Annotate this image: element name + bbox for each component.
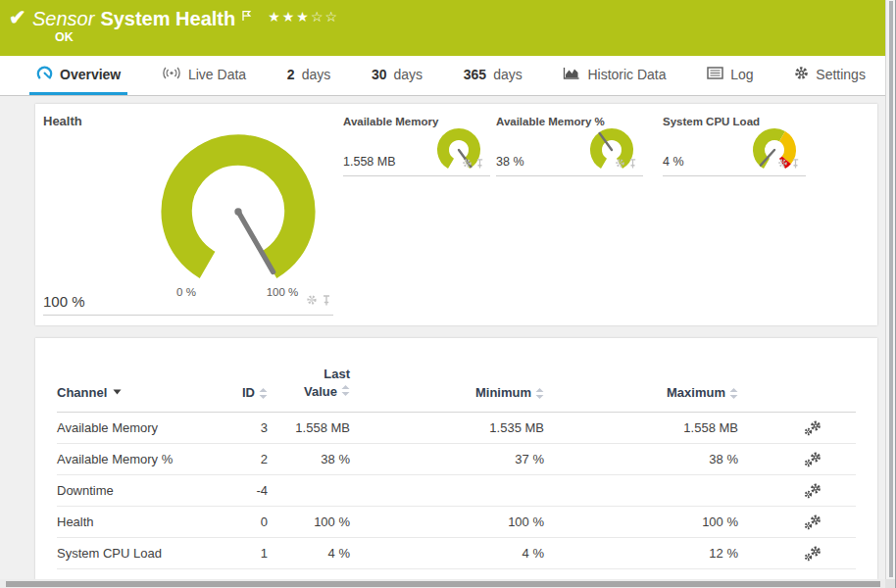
table-row: Available Memory % 2 38 % 37 % 38 % <box>57 444 856 475</box>
page-title: System Health <box>100 7 235 30</box>
mini-gauge-available-memory: Available Memory 1.558 MB <box>343 116 490 176</box>
channel-minimum: 37 % <box>350 452 544 466</box>
mini-gauge-value: 38 % <box>496 155 524 169</box>
flag-icon[interactable] <box>241 8 252 25</box>
tab-log[interactable]: Log <box>700 56 760 95</box>
tab-365-days[interactable]: 365 days <box>457 56 529 95</box>
mini-pin-icon[interactable] <box>628 155 637 172</box>
tab-overview[interactable]: Overview <box>29 56 127 95</box>
gauge-icon <box>36 65 53 84</box>
channels-table-panel: Channel ID Last Value Minimum <box>35 338 877 579</box>
channel-last-value: 1.558 MB <box>268 420 350 435</box>
channel-id: 0 <box>219 514 268 529</box>
vertical-scrollbar <box>885 0 895 579</box>
channel-name: Downtime <box>57 483 219 498</box>
tab-live-data[interactable]: Live Data <box>155 56 253 95</box>
table-header-row: Channel ID Last Value Minimum <box>57 338 856 413</box>
prtg-sensor-page: ✔ Sensor System Health ★★★☆☆ OK Overview <box>0 0 896 588</box>
channel-settings-gears-icon[interactable] <box>803 483 822 499</box>
mini-pin-icon[interactable] <box>475 155 484 172</box>
channel-last-value: 100 % <box>268 514 350 529</box>
mini-settings-gear-icon[interactable] <box>462 155 473 172</box>
channel-maximum: 38 % <box>544 452 738 466</box>
channel-id: -4 <box>219 483 268 498</box>
horizontal-scrollbar-thumb[interactable] <box>6 581 880 587</box>
channel-name: Health <box>57 514 219 529</box>
mini-gauge-value: 1.558 MB <box>343 155 396 169</box>
channel-settings-gears-icon[interactable] <box>803 452 822 467</box>
sort-both-icon <box>535 388 544 399</box>
column-header-channel[interactable]: Channel <box>57 385 219 400</box>
channel-settings-gears-icon[interactable] <box>803 546 822 562</box>
gauge-title: Health <box>43 114 333 128</box>
gauge-settings-gear-icon[interactable] <box>306 292 318 310</box>
column-header-minimum[interactable]: Minimum <box>350 385 544 400</box>
mini-pin-icon[interactable] <box>791 155 800 172</box>
sensor-header: ✔ Sensor System Health ★★★☆☆ OK <box>0 0 886 56</box>
mini-settings-gear-icon[interactable] <box>615 155 625 172</box>
stars-empty: ☆☆ <box>311 9 339 24</box>
channel-minimum: 100 % <box>350 514 544 529</box>
channel-last-value: 4 % <box>268 546 350 561</box>
health-gauge-tile: Health 0 % 100 % 100 % <box>43 114 333 316</box>
channel-name: System CPU Load <box>57 546 219 561</box>
sort-both-icon <box>341 385 350 396</box>
sort-both-icon <box>729 388 738 399</box>
tab-settings[interactable]: Settings <box>787 56 872 95</box>
channel-maximum: 1.558 MB <box>544 420 738 435</box>
channel-id: 1 <box>219 546 268 561</box>
channel-id: 3 <box>219 420 268 435</box>
channel-minimum: 1.535 MB <box>350 420 544 435</box>
column-header-id[interactable]: ID <box>219 385 268 400</box>
gauges-panel: Health 0 % 100 % 100 % <box>35 104 877 325</box>
channel-maximum: 100 % <box>544 514 738 529</box>
sort-both-icon <box>259 388 268 399</box>
mini-gauge-system-cpu-load: System CPU Load 4 % <box>663 116 806 176</box>
status-badge: OK <box>55 30 74 44</box>
tab-30-days[interactable]: 30 days <box>365 56 429 95</box>
historic-chart-icon <box>563 66 580 82</box>
mini-gauge-value: 4 % <box>663 155 684 169</box>
mini-gauge-available-memory-pct: Available Memory % 38 % <box>496 116 643 176</box>
tab-2-days[interactable]: 2 days <box>280 56 337 95</box>
stars-filled: ★★★ <box>268 9 311 24</box>
horizontal-scrollbar <box>0 579 886 588</box>
channel-minimum: 4 % <box>350 546 544 561</box>
table-row: Downtime -4 <box>57 475 856 507</box>
vertical-scrollbar-thumb[interactable] <box>889 1 893 577</box>
log-icon <box>707 67 723 82</box>
gauge-value: 100 % <box>43 293 85 310</box>
object-kind-label: Sensor <box>32 7 94 30</box>
priority-stars[interactable]: ★★★☆☆ <box>268 9 339 24</box>
channel-maximum: 12 % <box>544 546 738 561</box>
tab-bar: Overview Live Data 2 days 30 days 365 da… <box>0 56 886 96</box>
table-row: Health 0 100 % 100 % 100 % <box>57 507 856 538</box>
tab-historic-data[interactable]: Historic Data <box>556 56 672 95</box>
status-ok-check-icon: ✔ <box>9 6 26 29</box>
live-data-icon <box>162 66 181 83</box>
channel-name: Available Memory <box>57 420 219 435</box>
gauge-scale-min: 0 % <box>176 286 196 298</box>
column-header-maximum[interactable]: Maximum <box>544 385 738 400</box>
channel-settings-gears-icon[interactable] <box>803 514 822 530</box>
gauge-scale-max: 100 % <box>267 286 299 298</box>
channel-last-value: 38 % <box>268 452 350 466</box>
table-row: Available Memory 3 1.558 MB 1.535 MB 1.5… <box>57 413 856 444</box>
sort-desc-icon <box>113 389 122 395</box>
column-header-last-value[interactable]: Last Value <box>268 366 350 400</box>
scrollbar-corner <box>885 579 895 588</box>
channel-id: 2 <box>219 452 268 466</box>
channel-name: Available Memory % <box>57 452 219 466</box>
gauge-pin-icon[interactable] <box>322 292 331 310</box>
table-row: System CPU Load 1 4 % 4 % 12 % <box>57 538 856 569</box>
settings-gear-icon <box>794 66 809 83</box>
channel-settings-gears-icon[interactable] <box>803 420 822 436</box>
mini-settings-gear-icon[interactable] <box>777 155 788 172</box>
health-gauge <box>135 127 341 300</box>
